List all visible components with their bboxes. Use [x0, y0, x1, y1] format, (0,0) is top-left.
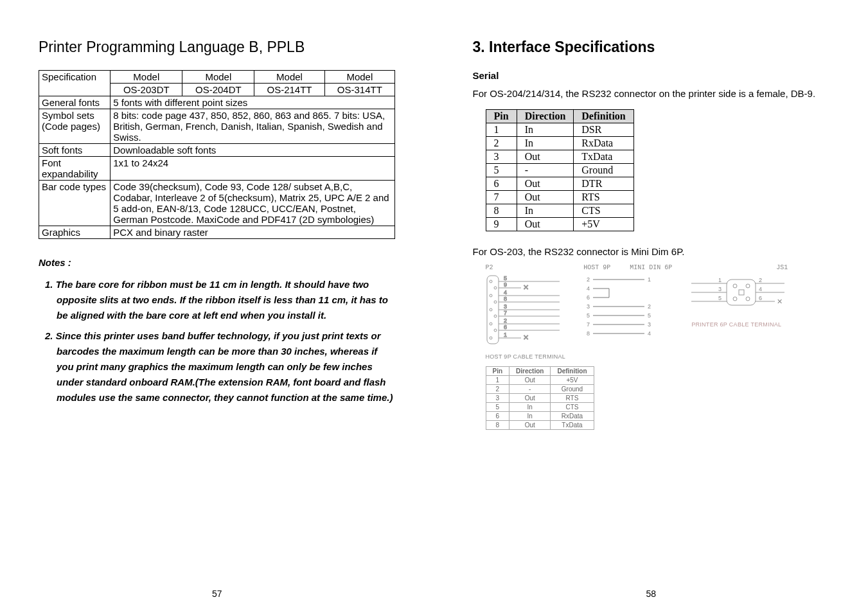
mini-h: Pin [486, 367, 509, 376]
svg-point-3 [490, 294, 492, 297]
svg-point-8 [494, 329, 497, 332]
pin-r: - [517, 164, 574, 177]
pin-r: Out [517, 218, 574, 231]
svg-text:5: 5 [718, 295, 722, 301]
page-left: Printer Programming Language B, PPLB Spe… [0, 0, 434, 613]
svg-point-7 [490, 323, 492, 325]
svg-point-54 [733, 297, 737, 301]
pin-r: RxData [574, 137, 633, 150]
svg-text:✕: ✕ [777, 298, 783, 305]
svg-text:3: 3 [648, 321, 651, 328]
mini-r: - [509, 385, 551, 394]
pplb-h0: Specification [39, 71, 111, 96]
mini-r: Ground [551, 385, 594, 394]
mini-r: Out [509, 376, 551, 385]
mini-r: 1 [486, 376, 509, 385]
pin-r: RTS [574, 191, 633, 204]
cable-diagram: P2 5 9✕ 4 8 3 7 2 6 [486, 264, 830, 360]
pplb-h2: Model [182, 71, 254, 84]
svg-text:6: 6 [759, 295, 762, 301]
mini-r: Out [509, 394, 551, 403]
pplb-r0-v: 5 fonts with different point sizes [111, 96, 395, 109]
left-title: Printer Programming Language B, PPLB [39, 39, 396, 56]
p2-block: P2 5 9✕ 4 8 3 7 2 6 [486, 264, 566, 360]
mini-r: CTS [551, 403, 594, 412]
pin-r: 1 [486, 123, 517, 137]
pplb-r4-v: Code 39(checksum), Code 93, Code 128/ su… [111, 181, 395, 226]
pplb-r4-l: Bar code types [39, 181, 111, 226]
serial-heading: Serial [473, 70, 830, 81]
pin-r: TxData [574, 150, 633, 164]
pin-r: 2 [486, 137, 517, 150]
svg-point-51 [733, 284, 737, 288]
svg-text:8: 8 [504, 296, 507, 302]
pin-h2: Definition [574, 110, 633, 123]
p2-connector-icon: 5 9✕ 4 8 3 7 2 6 1✕ [486, 272, 563, 349]
pin-r: Out [517, 191, 574, 204]
pin-r: DSR [574, 123, 633, 137]
svg-text:4: 4 [504, 289, 507, 296]
svg-text:1: 1 [504, 332, 507, 338]
pplb-h4: Model [324, 71, 394, 84]
pplb-s2: OS-204DT [182, 84, 254, 96]
svg-text:7: 7 [587, 321, 590, 328]
svg-text:1: 1 [648, 276, 651, 283]
svg-point-6 [494, 315, 497, 317]
mini-r: RxData [551, 412, 594, 421]
svg-rect-53 [739, 290, 744, 295]
svg-rect-50 [727, 280, 756, 305]
pplb-r5-l: Graphics [39, 226, 111, 239]
js1-label: JS1 [691, 264, 788, 272]
mini-h: Direction [509, 367, 551, 376]
mini-r: In [509, 412, 551, 421]
svg-point-9 [490, 337, 492, 339]
pin-r: DTR [574, 177, 633, 191]
mini-r: 5 [486, 403, 509, 412]
svg-text:4: 4 [648, 330, 651, 337]
pin-r: 9 [486, 218, 517, 231]
page-right: 3. Interface Specifications Serial For O… [434, 0, 869, 613]
pin-r: In [517, 137, 574, 150]
svg-text:1: 1 [718, 277, 722, 283]
mini-r: 6 [486, 412, 509, 421]
mini-pin-table: Pin Direction Definition 1Out+5V 2-Groun… [486, 366, 594, 430]
svg-text:3: 3 [718, 286, 722, 292]
svg-text:2: 2 [759, 277, 762, 283]
svg-text:✕: ✕ [523, 333, 529, 341]
pin-r: 5 [486, 164, 517, 177]
pin-r: 6 [486, 177, 517, 191]
pplb-r2-v: Downloadable soft fonts [111, 144, 395, 157]
left-page-number: 57 [0, 589, 434, 599]
pin-r: Out [517, 177, 574, 191]
pin-r: 3 [486, 150, 517, 164]
pin-r: Out [517, 150, 574, 164]
right-page-number: 58 [434, 589, 869, 599]
js1-connector-icon: 12 34 56 ✕ [691, 272, 788, 317]
svg-point-1 [490, 280, 492, 283]
p2-label: P2 [486, 264, 566, 272]
serial-lead: For OS-204/214/314, the RS232 connector … [473, 87, 830, 100]
note-2: 2. Since this printer uses band buffer t… [39, 328, 396, 405]
right-title: 3. Interface Specifications [473, 39, 830, 56]
pplb-r1-l: Symbol sets (Code pages) [39, 109, 111, 144]
mini-r: 8 [486, 421, 509, 430]
mini-r: Out [509, 421, 551, 430]
svg-text:9: 9 [504, 281, 507, 288]
pplb-s3: OS-214TT [254, 84, 324, 96]
svg-point-55 [746, 297, 750, 301]
pin-r: +5V [574, 218, 633, 231]
pplb-s4: OS-314TT [324, 84, 394, 96]
printer-caption: PRINTER 6P CABLE TERMINAL [691, 321, 788, 328]
mini-r: 2 [486, 385, 509, 394]
svg-text:8: 8 [587, 330, 590, 337]
host-minidin-map: HOST 9P MINI DIN 6P 21 4 6 32 55 73 84 [583, 264, 673, 346]
svg-point-52 [746, 284, 750, 288]
svg-point-2 [494, 287, 497, 289]
pplb-r1-v: 8 bits: code page 437, 850, 852, 860, 86… [111, 109, 395, 144]
mini-lead: For OS-203, the RS232 connector is Mini … [473, 245, 830, 258]
svg-text:2: 2 [587, 276, 590, 283]
svg-text:4: 4 [759, 286, 762, 292]
mini-r: 3 [486, 394, 509, 403]
pin-h1: Direction [517, 110, 574, 123]
mini-r: RTS [551, 394, 594, 403]
